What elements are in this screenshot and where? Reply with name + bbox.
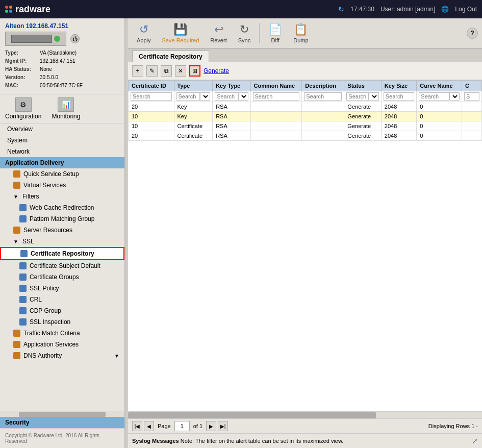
help-button[interactable]: ? <box>467 28 478 39</box>
col-curve-name: Curve Name <box>417 81 462 91</box>
search-status[interactable] <box>346 92 368 101</box>
dump-button[interactable]: 📋 Dump <box>289 20 313 46</box>
certrepo-label: Certificate Repository <box>31 250 94 257</box>
table-row[interactable]: 20 Certificate RSA Generate 2048 0 <box>129 131 482 141</box>
action-bar: + ✎ ⧉ ✕ ⊞ Generate <box>128 62 482 80</box>
sidebar-item-trafficmatch[interactable]: Traffic Match Criteria <box>0 328 124 339</box>
mgmt-label: Mgmt IP: <box>5 57 40 65</box>
first-page-button[interactable]: |◀ <box>132 421 142 431</box>
cell-status: Generate <box>344 112 381 121</box>
monitor-nav-icon[interactable]: 📊 Monitoring <box>52 97 80 120</box>
of-label: of 1 <box>193 423 202 429</box>
revert-button[interactable]: ↩ Revert <box>206 20 231 46</box>
search-type[interactable] <box>176 92 200 101</box>
sidebar-item-webcache[interactable]: Web Cache Redirection <box>0 202 124 213</box>
page-input[interactable] <box>174 421 190 431</box>
sidebar-item-patternmatch[interactable]: Pattern Matching Group <box>0 213 124 225</box>
delete-button[interactable]: ✕ <box>175 65 186 77</box>
table-body: 20 Key RSA Generate 2048 0 10 K <box>129 102 482 141</box>
col-status: Status <box>344 81 381 91</box>
sidebar-item-quickservice[interactable]: Quick Service Setup <box>0 168 124 180</box>
search-key-type[interactable] <box>215 92 238 101</box>
patternmatch-icon <box>19 215 27 222</box>
search-status-cell: ▼ <box>344 91 381 102</box>
generate-link[interactable]: Generate <box>204 67 229 74</box>
sync-button[interactable]: ↻ Sync <box>234 20 255 46</box>
save-button[interactable]: 💾 Save Required <box>158 20 204 46</box>
search-common-name[interactable] <box>253 92 300 101</box>
config-nav-icon[interactable]: ⚙ Configuration <box>5 97 41 120</box>
col-description: Description <box>302 81 344 91</box>
prev-page-button[interactable]: ◀ <box>144 421 154 431</box>
sidebar-item-ssl-group[interactable]: ▼ SSL <box>0 236 124 247</box>
syslog-expand-button[interactable]: ⤢ <box>472 437 478 445</box>
sidebar-item-certrepo[interactable]: Certificate Repository <box>0 247 124 260</box>
cell-key-type: RSA <box>213 112 250 121</box>
table-header-row: Certificate ID Type Key Type Common Name… <box>129 81 482 91</box>
col-key-type: Key Type <box>213 81 250 91</box>
device-info: Alteon 192.168.47.151 ⏻ Type:VA (Standal… <box>0 18 124 94</box>
search-description[interactable] <box>304 92 342 101</box>
cell-description <box>302 112 344 121</box>
search-type-dropdown[interactable]: ▼ <box>200 92 210 101</box>
monitor-icon: 📊 <box>58 97 74 112</box>
cell-type: Certificate <box>174 131 213 141</box>
generate-icon-button[interactable]: ⊞ <box>189 65 200 77</box>
sidebar-item-appservices[interactable]: Application Services <box>0 339 124 350</box>
sidebar-item-sslinspection[interactable]: SSL Inspection <box>0 316 124 328</box>
sidebar-item-overview[interactable]: Overview <box>0 123 124 135</box>
apply-button[interactable]: ↺ Apply <box>132 20 156 46</box>
logout-button[interactable]: Log Out <box>455 6 477 13</box>
search-extra[interactable] <box>464 92 479 101</box>
sidebar-item-system[interactable]: System <box>0 135 124 146</box>
sidebar-section-security[interactable]: Security <box>0 417 124 428</box>
search-curve-name[interactable] <box>419 92 449 101</box>
next-page-button[interactable]: ▶ <box>206 421 216 431</box>
search-cert-id[interactable] <box>131 92 172 101</box>
globe-icon[interactable]: 🌐 <box>441 6 449 13</box>
dot-1 <box>5 6 8 9</box>
sidebar-item-network[interactable]: Network <box>0 146 124 157</box>
search-keytype-cell: ▼ <box>213 91 250 102</box>
logo-text: radware <box>15 4 50 15</box>
sidebar-item-serverresources[interactable]: Server Resources <box>0 225 124 236</box>
sidebar-section-appdelivery[interactable]: Application Delivery <box>0 157 124 168</box>
table-row[interactable]: 20 Key RSA Generate 2048 0 <box>129 102 482 112</box>
tab-certrepo[interactable]: Certificate Repository <box>132 51 209 62</box>
appservices-label: Application Services <box>23 341 79 348</box>
copy-button[interactable]: ⧉ <box>161 65 172 77</box>
dump-label: Dump <box>293 37 308 43</box>
search-curvename-dropdown[interactable]: ▼ <box>449 92 460 101</box>
last-page-button[interactable]: ▶| <box>218 421 228 431</box>
table-row[interactable]: 10 Certificate RSA Generate 2048 0 <box>129 121 482 131</box>
search-status-dropdown[interactable]: ▼ <box>369 92 379 101</box>
sidebar-item-dnsauthority[interactable]: DNS Authority ▼ <box>0 350 124 361</box>
sidebar-item-filters-group[interactable]: ▼ Filters <box>0 191 124 202</box>
edit-button[interactable]: ✎ <box>146 65 158 77</box>
save-icon: 💾 <box>173 23 187 36</box>
diff-label: Diff <box>271 37 280 43</box>
serverresources-label: Server Resources <box>23 227 72 234</box>
table-row[interactable]: 10 Key RSA Generate 2048 0 <box>129 112 482 121</box>
search-key-size[interactable] <box>384 92 415 101</box>
diff-button[interactable]: 📄 Diff <box>264 20 287 46</box>
ha-value: None <box>40 66 52 72</box>
col-common-name: Common Name <box>250 81 302 91</box>
sidebar-item-cdpgroup[interactable]: CDP Group <box>0 305 124 316</box>
add-button[interactable]: + <box>132 65 143 77</box>
crl-label: CRL <box>30 296 42 303</box>
cell-key-size: 2048 <box>381 112 417 121</box>
table-hscroll[interactable] <box>128 411 482 418</box>
cell-cert-id: 20 <box>129 131 174 141</box>
refresh-icon[interactable]: ↻ <box>338 5 344 13</box>
device-box <box>5 32 66 46</box>
cell-status: Generate <box>344 121 381 131</box>
sidebar-item-crl[interactable]: CRL <box>0 294 124 305</box>
overview-label: Overview <box>7 126 33 133</box>
sidebar-item-virtualservices[interactable]: Virtual Services <box>0 180 124 191</box>
search-keytype-dropdown[interactable]: ▼ <box>238 92 248 101</box>
sidebar-item-certsubject[interactable]: Certificate Subject Default <box>0 260 124 271</box>
sidebar-item-certgroups[interactable]: Certificate Groups <box>0 271 124 283</box>
sidebar-item-sslpolicy[interactable]: SSL Policy <box>0 283 124 294</box>
sidebar-hscroll[interactable] <box>0 411 124 417</box>
